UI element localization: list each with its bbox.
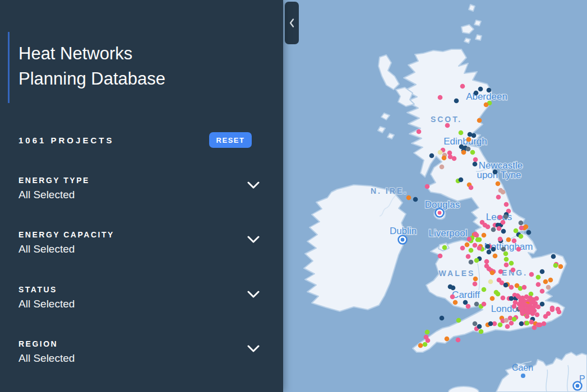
project-dot[interactable] <box>451 286 456 291</box>
project-dot[interactable] <box>438 150 443 155</box>
project-dot[interactable] <box>482 287 487 292</box>
project-dot[interactable] <box>519 234 524 239</box>
project-dot[interactable] <box>479 329 484 334</box>
chevron-down-icon[interactable] <box>247 291 260 298</box>
project-dot[interactable] <box>530 311 535 316</box>
project-dot[interactable] <box>532 325 537 330</box>
project-dot[interactable] <box>440 316 445 321</box>
sidebar-collapse-button[interactable] <box>285 2 299 44</box>
project-dot[interactable] <box>477 246 482 251</box>
project-dot[interactable] <box>524 225 529 230</box>
project-dot[interactable] <box>557 310 562 315</box>
project-dot[interactable] <box>473 321 478 326</box>
chevron-down-icon[interactable] <box>247 181 260 189</box>
project-dot[interactable] <box>501 190 506 195</box>
project-dot[interactable] <box>474 91 479 96</box>
project-dot[interactable] <box>540 302 545 307</box>
project-dot[interactable] <box>467 237 472 242</box>
project-dot[interactable] <box>488 321 493 326</box>
project-dot[interactable] <box>473 232 478 237</box>
project-dot[interactable] <box>519 221 524 226</box>
project-dot[interactable] <box>460 246 465 251</box>
project-dot[interactable] <box>491 247 496 252</box>
project-dot[interactable] <box>553 263 558 268</box>
project-dot[interactable] <box>529 272 534 277</box>
project-dot[interactable] <box>546 311 551 316</box>
project-dot[interactable] <box>512 317 517 322</box>
project-dot[interactable] <box>498 323 503 328</box>
project-dot[interactable] <box>509 296 514 301</box>
chevron-down-icon[interactable] <box>247 236 260 244</box>
project-dot[interactable] <box>501 247 506 252</box>
filter-status[interactable]: STATUS All Selected <box>19 285 265 324</box>
project-dot[interactable] <box>456 338 461 343</box>
project-dot[interactable] <box>418 343 423 348</box>
project-dot[interactable] <box>503 251 509 256</box>
project-dot[interactable] <box>493 170 498 175</box>
project-dot[interactable] <box>504 263 509 268</box>
project-dot[interactable] <box>417 129 422 134</box>
project-dot[interactable] <box>477 118 482 123</box>
map-canvas[interactable]: SCOT.N. IRE.WALESENG. AberdeenEdinburghN… <box>283 0 587 392</box>
project-dot[interactable] <box>484 259 489 264</box>
filter-energy-type[interactable]: ENERGY TYPE All Selected <box>19 176 265 215</box>
project-dot[interactable] <box>490 296 495 301</box>
project-dot[interactable] <box>509 285 514 290</box>
project-dot[interactable] <box>454 99 459 104</box>
filter-energy-capacity[interactable]: ENERGY CAPACITY All Selected <box>19 230 265 269</box>
project-dot[interactable] <box>469 248 474 253</box>
project-dot[interactable] <box>548 278 553 283</box>
project-dot[interactable] <box>536 275 541 280</box>
project-dot[interactable] <box>486 244 491 249</box>
project-dot[interactable] <box>474 302 479 307</box>
project-dot[interactable] <box>469 185 474 190</box>
project-dot[interactable] <box>498 215 503 220</box>
project-dot[interactable] <box>465 242 470 248</box>
project-dot[interactable] <box>501 220 506 225</box>
project-dot[interactable] <box>450 295 455 300</box>
project-dot[interactable] <box>491 227 496 232</box>
reset-button[interactable]: RESET <box>209 132 252 148</box>
project-dot[interactable] <box>536 282 541 287</box>
project-dot[interactable] <box>519 226 524 231</box>
filter-region[interactable]: REGION All Selected <box>19 339 265 379</box>
project-dot[interactable] <box>406 195 412 200</box>
project-dot[interactable] <box>484 102 489 108</box>
project-dot[interactable] <box>497 226 502 231</box>
project-dot[interactable] <box>478 87 483 92</box>
project-dot[interactable] <box>466 137 472 142</box>
project-dot[interactable] <box>488 279 493 284</box>
project-dot[interactable] <box>509 321 514 326</box>
project-dot[interactable] <box>536 323 541 328</box>
project-dot[interactable] <box>438 254 443 259</box>
project-dot[interactable] <box>535 312 540 318</box>
project-dot[interactable] <box>426 338 431 343</box>
project-dot[interactable] <box>540 289 545 294</box>
project-dot[interactable] <box>440 165 445 170</box>
project-dot[interactable] <box>542 321 547 326</box>
project-dot[interactable] <box>466 254 471 259</box>
project-dot[interactable] <box>473 282 478 287</box>
project-dot[interactable] <box>514 228 519 234</box>
project-dot[interactable] <box>504 257 509 262</box>
project-dot[interactable] <box>501 296 506 301</box>
project-dot[interactable] <box>429 153 435 158</box>
project-dot[interactable] <box>452 156 457 161</box>
project-dot[interactable] <box>473 277 478 282</box>
project-dot[interactable] <box>546 285 551 290</box>
chevron-down-icon[interactable] <box>247 345 260 353</box>
project-dot[interactable] <box>512 239 517 244</box>
project-dot[interactable] <box>496 181 501 186</box>
project-dot[interactable] <box>482 302 487 307</box>
project-dot[interactable] <box>474 258 479 263</box>
project-dot[interactable] <box>461 150 466 155</box>
project-dot[interactable] <box>494 290 499 295</box>
project-dot[interactable] <box>425 184 430 189</box>
project-dot[interactable] <box>487 250 492 255</box>
project-dot[interactable] <box>536 305 541 310</box>
project-dot[interactable] <box>459 130 464 136</box>
project-dot[interactable] <box>490 270 495 276</box>
project-dot[interactable] <box>472 133 477 138</box>
project-dot[interactable] <box>504 318 509 323</box>
project-dot[interactable] <box>473 243 478 248</box>
